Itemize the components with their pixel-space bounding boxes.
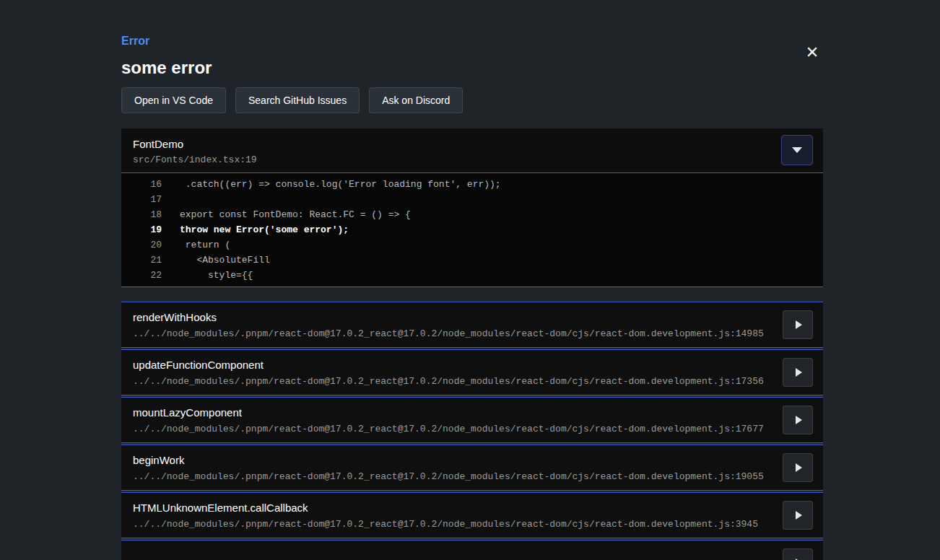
- stack-frame-row: renderWithHooks ../../node_modules/.pnpm…: [121, 302, 823, 348]
- error-overlay: Error some error Open in VS Code Search …: [121, 0, 823, 560]
- stack-frames-list: renderWithHooks ../../node_modules/.pnpm…: [121, 302, 823, 560]
- open-frame-button[interactable]: [783, 406, 813, 434]
- line-number: 19: [121, 222, 162, 237]
- stack-frame-path: ../../node_modules/.pnpm/react-dom@17.0.…: [133, 376, 811, 387]
- action-button-label: Search GitHub Issues: [248, 95, 347, 106]
- open-frame-button[interactable]: [783, 453, 813, 482]
- stack-frame-row: HTMLUnknownElement.callCallback ../../no…: [121, 492, 823, 538]
- action-button[interactable]: Open in VS Code: [121, 87, 226, 113]
- action-button-label: Open in VS Code: [134, 95, 213, 106]
- triangle-right-icon: [796, 320, 802, 329]
- line-number: 17: [121, 192, 162, 207]
- code-line: 16 .catch((err) => console.log('Error lo…: [121, 177, 823, 192]
- triangle-right-icon: [796, 463, 802, 472]
- action-button[interactable]: Search GitHub Issues: [235, 87, 360, 113]
- source-frame-card: FontDemo src/Fonts/index.tsx:19 16 .catc…: [121, 128, 823, 287]
- source-frame-location: src/Fonts/index.tsx:19: [133, 154, 811, 165]
- stack-frame-row: beginWork ../../node_modules/.pnpm/react…: [121, 445, 823, 491]
- open-frame-button[interactable]: [783, 358, 813, 387]
- line-text: export const FontDemo: React.FC = () => …: [162, 207, 411, 222]
- code-line: 18 export const FontDemo: React.FC = () …: [121, 207, 823, 222]
- stack-frame-name: renderWithHooks: [133, 311, 811, 323]
- stack-frame-name: mountLazyComponent: [133, 406, 811, 419]
- code-line: 19 throw new Error('some error');: [121, 222, 823, 237]
- code-line: 20 return (: [121, 237, 823, 253]
- open-frame-button[interactable]: [783, 501, 813, 530]
- code-line: 17: [121, 192, 823, 207]
- open-frame-button[interactable]: [783, 310, 813, 339]
- stack-frame-name: HTMLUnknownElement.callCallback: [133, 502, 811, 514]
- close-button[interactable]: ✕: [801, 42, 823, 64]
- stack-frame-row: [121, 540, 823, 560]
- stack-frame-path: ../../node_modules/.pnpm/react-dom@17.0.…: [133, 424, 811, 434]
- action-button[interactable]: Ask on Discord: [369, 87, 463, 113]
- triangle-right-icon: [796, 416, 802, 424]
- code-block: 16 .catch((err) => console.log('Error lo…: [121, 173, 823, 287]
- line-number: 18: [121, 207, 162, 222]
- line-text: return (: [162, 237, 230, 253]
- stack-frame-name: beginWork: [133, 454, 811, 466]
- line-text: <AbsoluteFill: [162, 253, 270, 268]
- stack-frame-row: mountLazyComponent ../../node_modules/.p…: [121, 397, 823, 443]
- action-buttons-row: Open in VS Code Search GitHub Issues Ask…: [121, 87, 823, 113]
- stack-frame-path: ../../node_modules/.pnpm/react-dom@17.0.…: [133, 471, 811, 482]
- source-frame-name: FontDemo: [133, 138, 811, 150]
- code-line: 22 style={{: [121, 268, 823, 283]
- triangle-right-icon: [796, 368, 802, 377]
- line-number: 20: [121, 237, 162, 253]
- code-line: 21 <AbsoluteFill: [121, 253, 823, 268]
- line-number: 16: [121, 177, 162, 192]
- line-number: 22: [121, 268, 162, 283]
- error-title: some error: [121, 58, 823, 78]
- source-frame-header: FontDemo src/Fonts/index.tsx:19: [121, 128, 823, 173]
- action-button-label: Ask on Discord: [382, 95, 450, 106]
- stack-frame-path: ../../node_modules/.pnpm/react-dom@17.0.…: [133, 328, 811, 339]
- error-kicker: Error: [121, 35, 823, 48]
- stack-frame-row: updateFunctionComponent ../../node_modul…: [121, 349, 823, 395]
- close-icon: ✕: [806, 43, 819, 61]
- line-number: 21: [121, 253, 162, 268]
- triangle-right-icon: [796, 511, 802, 520]
- line-text: throw new Error('some error');: [162, 222, 349, 237]
- line-text: [162, 192, 180, 207]
- line-text: style={{: [162, 268, 253, 283]
- open-frame-button[interactable]: [783, 548, 813, 560]
- stack-frame-name: updateFunctionComponent: [133, 359, 811, 371]
- chevron-down-icon: [792, 147, 802, 153]
- stack-frame-path: ../../node_modules/.pnpm/react-dom@17.0.…: [133, 519, 811, 530]
- line-text: .catch((err) => console.log('Error loadi…: [162, 177, 501, 192]
- collapse-frame-button[interactable]: [781, 135, 813, 165]
